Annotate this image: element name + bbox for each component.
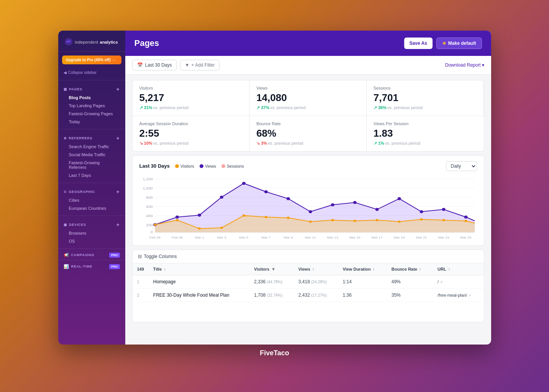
- legend-sessions-label: Sessions: [227, 164, 244, 168]
- th-title[interactable]: Title ↑: [149, 263, 249, 275]
- stat-vps-label: Views Per Session: [374, 121, 477, 126]
- stat-visitors-label: Visitors: [139, 86, 243, 90]
- stat-sessions-value: 7,701: [374, 92, 477, 104]
- table-section: ⊟ Toggle Columns 149 Title ↑: [132, 250, 484, 322]
- svg-point-26: [397, 197, 401, 200]
- legend-views[interactable]: Views: [200, 164, 216, 168]
- realtime-section-row[interactable]: 📊 REAL-TIME PRO: [58, 262, 125, 270]
- sidebar-item-search-engine[interactable]: Search Engine Traffic: [61, 143, 123, 150]
- add-filter-button[interactable]: ▼ + Add Filter: [180, 60, 220, 70]
- legend-visitors[interactable]: Visitors: [175, 164, 194, 168]
- svg-point-24: [353, 201, 356, 204]
- svg-point-43: [442, 219, 445, 221]
- geographic-section-label: GEOGRAPHIC: [69, 190, 95, 194]
- sidebar-item-today[interactable]: Today: [61, 118, 123, 126]
- svg-point-16: [175, 216, 179, 219]
- stat-avg-session-label: Average Session Duration: [139, 121, 243, 126]
- row-count: 149: [137, 267, 144, 271]
- devices-icon: ▣: [64, 223, 67, 227]
- brand-name: FiveTaco: [260, 349, 289, 357]
- svg-text:400: 400: [146, 214, 153, 217]
- referrers-section-label: REFERRERS: [69, 136, 92, 140]
- svg-text:Mar 15: Mar 15: [349, 235, 360, 239]
- stat-avg-session: Average Session Duration 2:55 ↘ 10% vs. …: [133, 116, 250, 151]
- th-url[interactable]: URL ↑: [433, 263, 483, 275]
- svg-point-29: [464, 216, 467, 219]
- svg-text:Feb 26: Feb 26: [149, 235, 161, 239]
- sort-views-icon: ↑: [312, 267, 315, 271]
- svg-point-33: [220, 227, 223, 229]
- save-as-button[interactable]: Save As: [404, 38, 433, 49]
- sidebar-item-blog-posts[interactable]: Blog Posts: [61, 94, 123, 101]
- toggle-columns-label: Toggle Columns: [144, 254, 177, 259]
- collapse-sidebar-btn[interactable]: ◀ Collapse sidebar: [58, 68, 125, 78]
- svg-point-17: [197, 214, 201, 217]
- external-link-icon: ↗: [440, 280, 443, 284]
- realtime-icon: 📊: [64, 264, 69, 269]
- referrers-add-btn[interactable]: +: [116, 136, 120, 141]
- devices-section: ▣ DEVICES + Browsers OS: [58, 217, 125, 247]
- upgrade-banner[interactable]: Upgrade to Pro (45% off) →: [62, 56, 121, 64]
- date-filter-button[interactable]: 📅 Last 30 Days: [132, 60, 177, 70]
- sidebar-item-cities[interactable]: Cities: [61, 196, 123, 204]
- sidebar-item-browsers[interactable]: Browsers: [61, 229, 123, 237]
- svg-point-41: [398, 220, 400, 223]
- toggle-columns-btn[interactable]: ⊟ Toggle Columns: [133, 250, 484, 263]
- svg-text:Mar 5: Mar 5: [239, 235, 248, 239]
- svg-point-22: [308, 210, 312, 213]
- legend-views-label: Views: [205, 164, 216, 168]
- row-2-title[interactable]: FREE 30-Day Whole Food Meal Plan: [149, 288, 249, 302]
- chevron-left-icon: ◀: [64, 70, 67, 75]
- referrers-section: ⊕ REFERRERS + Search Engine Traffic Soci…: [58, 131, 125, 181]
- svg-point-32: [198, 227, 201, 230]
- svg-point-25: [375, 208, 379, 211]
- sort-visitors-icon: ▼: [271, 267, 275, 271]
- sidebar-item-top-landing[interactable]: Top Landing Pages: [61, 102, 123, 109]
- pages-add-btn[interactable]: +: [116, 87, 120, 92]
- sidebar-item-fastest-pages[interactable]: Fastest-Growing Pages: [61, 110, 123, 118]
- sidebar-item-last7days[interactable]: Last 7 Days: [61, 172, 123, 179]
- make-default-button[interactable]: ★ Make default: [436, 38, 482, 49]
- svg-point-34: [242, 214, 245, 217]
- sidebar-item-social-media[interactable]: Social Media Traffic: [61, 151, 123, 158]
- calendar-icon: 📅: [137, 62, 143, 68]
- realtime-label: REAL-TIME: [71, 265, 92, 268]
- sidebar-item-os[interactable]: OS: [61, 237, 123, 245]
- svg-text:Mar 19: Mar 19: [393, 235, 405, 239]
- header-actions: Save As ★ Make default: [404, 38, 482, 49]
- legend-visitors-dot: [175, 164, 179, 168]
- th-bounce-rate[interactable]: Bounce Rate ↑: [387, 263, 433, 275]
- th-visitors[interactable]: Visitors ▼: [249, 263, 294, 275]
- stats-grid: Visitors 5,217 ↗ 31% vs. previous period…: [132, 80, 484, 152]
- geographic-add-btn[interactable]: +: [116, 189, 120, 194]
- svg-point-20: [264, 190, 267, 193]
- add-filter-label: + Add Filter: [191, 62, 215, 68]
- th-view-duration[interactable]: View Duration ↑: [338, 263, 387, 275]
- campaigns-section-row[interactable]: 📢 CAMPAIGNS PRO: [58, 250, 125, 258]
- svg-point-30: [154, 224, 156, 226]
- legend-sessions[interactable]: Sessions: [221, 164, 244, 168]
- geographic-section: ⊙ GEOGRAPHIC + Cities European Countries: [58, 185, 125, 214]
- svg-point-38: [331, 219, 334, 221]
- svg-text:200: 200: [146, 223, 153, 227]
- row-1-title[interactable]: Homepage: [149, 275, 249, 288]
- collapse-sidebar-label: Collapse sidebar: [68, 70, 97, 75]
- stat-sessions: Sessions 7,701 ↗ 36% vs. previous period: [367, 80, 484, 116]
- svg-text:Mar 9: Mar 9: [284, 235, 293, 239]
- pages-icon: ▦: [64, 87, 67, 91]
- stat-visitors: Visitors 5,217 ↗ 31% vs. previous period: [133, 80, 250, 116]
- row-1-bounce: 49%: [387, 275, 433, 288]
- th-views[interactable]: Views ↑: [294, 263, 338, 275]
- legend-visitors-label: Visitors: [180, 164, 194, 168]
- stat-views-label: Views: [256, 86, 359, 90]
- chart-svg: 1,200 1,000 800 600 400 200 0: [139, 175, 477, 240]
- row-2-url[interactable]: /free-meal-plan/ ↗: [433, 288, 483, 302]
- sidebar-item-european-countries[interactable]: European Countries: [61, 204, 123, 212]
- sidebar-item-fastest-referrers[interactable]: Fastest-Growing Referrers: [61, 159, 123, 171]
- svg-point-36: [287, 217, 289, 219]
- devices-add-btn[interactable]: +: [116, 222, 120, 227]
- download-report-btn[interactable]: Download Report ▾: [445, 62, 484, 68]
- row-1-views: 3,418 (24.28%): [294, 275, 338, 288]
- granularity-select[interactable]: Daily Weekly Monthly: [446, 161, 477, 171]
- row-1-url[interactable]: / ↗: [433, 275, 483, 288]
